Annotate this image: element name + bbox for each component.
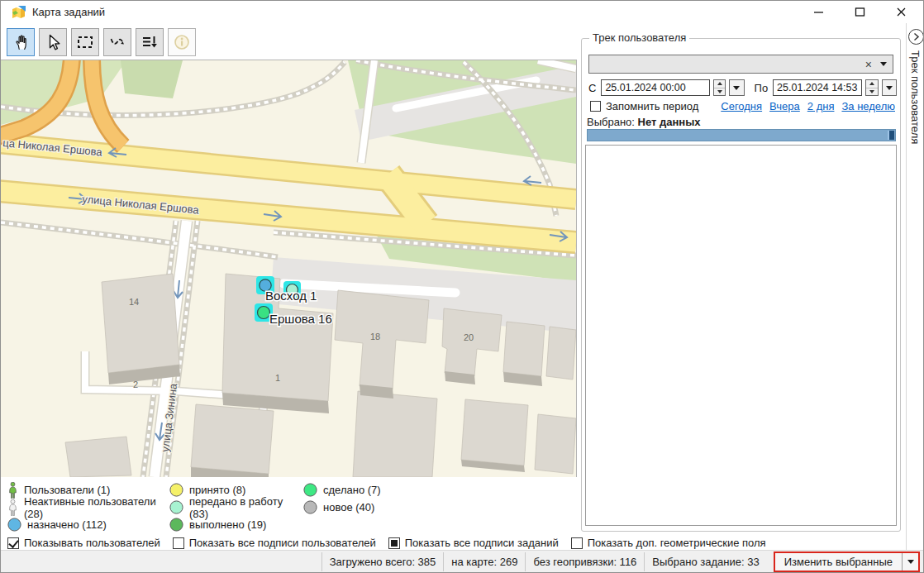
to-label: По bbox=[753, 82, 770, 94]
marker-label-ershova16: Ершова 16 bbox=[269, 312, 332, 326]
chevron-down-icon bbox=[907, 560, 914, 564]
close-button[interactable] bbox=[880, 1, 922, 22]
status-circle-icon bbox=[7, 518, 21, 532]
to-date-dropdown[interactable] bbox=[882, 79, 897, 96]
from-label: С bbox=[587, 82, 598, 94]
option-show-users[interactable]: Показывать пользователей bbox=[7, 537, 160, 549]
option-label: Показать все подписи заданий bbox=[405, 537, 559, 549]
status-circle-icon bbox=[303, 500, 317, 514]
lasso-arrow-icon bbox=[107, 32, 127, 52]
display-options: Показывать пользователей Показать все по… bbox=[7, 537, 766, 549]
building-number-18: 18 bbox=[370, 332, 380, 341]
legend-label: выполнено (19) bbox=[189, 518, 266, 531]
window-title: Карта заданий bbox=[32, 6, 105, 18]
pan-tool-button[interactable] bbox=[7, 28, 35, 56]
sort-tool-button[interactable] bbox=[136, 28, 164, 56]
legend-item-new: новое (40) bbox=[303, 500, 436, 514]
track-slider[interactable] bbox=[587, 129, 896, 141]
to-date-input[interactable]: 25.01.2024 14:53 bbox=[773, 79, 862, 96]
legend-item-assigned: назначено (112) bbox=[7, 518, 169, 532]
spin-up-icon bbox=[717, 82, 722, 85]
remember-period-row: Запомнить период Сегодня Вчера 2 дня За … bbox=[590, 100, 895, 112]
checkbox-show-task-labels[interactable] bbox=[388, 537, 400, 549]
building-number-2: 2 bbox=[133, 380, 138, 389]
status-on-map: на карте: 269 bbox=[443, 552, 525, 571]
from-date-spinner[interactable] bbox=[713, 79, 726, 96]
info-icon bbox=[172, 32, 192, 52]
collapse-panel-button[interactable] bbox=[908, 29, 924, 45]
map-legend: Пользователи (1) Неактивные пользователи… bbox=[7, 481, 436, 533]
legend-item-completed: выполнено (19) bbox=[169, 518, 303, 532]
building-number-20: 20 bbox=[464, 332, 474, 342]
select-tool-button[interactable] bbox=[39, 28, 67, 56]
legend-label: новое (40) bbox=[323, 501, 374, 513]
status-circle-icon bbox=[303, 483, 317, 497]
map-toolbar bbox=[7, 28, 196, 56]
chevron-down-icon bbox=[733, 86, 740, 90]
legend-label: передано в работу (83) bbox=[189, 495, 303, 520]
chevron-down-icon[interactable] bbox=[880, 62, 887, 66]
status-total-loaded: Загружено всего: 385 bbox=[321, 552, 444, 571]
edit-selected-button[interactable]: Изменить выбранные bbox=[775, 553, 902, 571]
user-combobox[interactable]: × bbox=[588, 55, 893, 74]
status-circle-icon bbox=[169, 500, 183, 514]
from-date-input[interactable]: 25.01.2024 00:00 bbox=[601, 79, 710, 96]
statusbar: Загружено всего: 385 на карте: 269 без г… bbox=[1, 550, 923, 572]
checkbox-show-geometry-fields[interactable] bbox=[571, 537, 583, 549]
track-panel-title: Трек пользователя bbox=[589, 31, 689, 44]
track-list[interactable] bbox=[585, 145, 897, 526]
maximize-button[interactable] bbox=[839, 1, 880, 22]
legend-item-inwork: передано в работу (83) bbox=[169, 495, 303, 520]
cursor-icon bbox=[43, 32, 63, 52]
from-date-dropdown[interactable] bbox=[729, 79, 744, 96]
side-tab-label[interactable]: Трек пользователя bbox=[909, 50, 922, 144]
edit-selected-split-button: Изменить выбранные bbox=[774, 552, 920, 572]
selected-value: Нет данных bbox=[638, 116, 701, 128]
spin-down-icon bbox=[717, 90, 722, 93]
app-window: Карта заданий bbox=[0, 0, 924, 573]
side-tab-strip: Трек пользователя bbox=[906, 23, 924, 550]
track-slider-handle[interactable] bbox=[888, 131, 894, 140]
to-date-spinner[interactable] bbox=[865, 79, 878, 96]
lasso-select-tool-button[interactable] bbox=[103, 28, 131, 56]
chevron-down-icon bbox=[886, 86, 893, 90]
minimize-icon bbox=[813, 7, 824, 17]
building-number-14: 14 bbox=[129, 297, 139, 307]
spin-down-icon bbox=[869, 90, 874, 93]
clear-icon[interactable]: × bbox=[865, 59, 872, 70]
app-icon bbox=[12, 6, 26, 18]
checkbox-remember-period[interactable] bbox=[590, 101, 601, 112]
task-marker-ershova16[interactable] bbox=[258, 307, 270, 319]
option-show-task-labels[interactable]: Показать все подписи заданий bbox=[388, 537, 559, 549]
option-show-user-labels[interactable]: Показать все подписи пользователей bbox=[173, 537, 376, 549]
status-circle-icon bbox=[169, 518, 183, 532]
maximize-icon bbox=[855, 7, 865, 17]
checkbox-show-users[interactable] bbox=[7, 537, 19, 549]
sort-icon bbox=[140, 32, 160, 52]
marker-label-voshod: Восход 1 bbox=[265, 289, 317, 303]
legend-item-inactive-users: Неактивные пользователи (28) bbox=[7, 495, 169, 520]
inactive-user-icon bbox=[7, 499, 18, 516]
map-canvas[interactable]: 14 2 18 20 1 ца Николая Ершова улица Ник… bbox=[1, 60, 577, 477]
rect-select-tool-button[interactable] bbox=[71, 28, 99, 56]
marquee-icon bbox=[75, 32, 95, 52]
remember-period-label: Запомнить период bbox=[606, 100, 698, 112]
selected-label: Выбрано: bbox=[587, 116, 635, 128]
link-today[interactable]: Сегодня bbox=[721, 100, 762, 112]
checkbox-show-user-labels[interactable] bbox=[173, 537, 184, 549]
link-week[interactable]: За неделю bbox=[841, 100, 895, 112]
spin-up-icon bbox=[869, 82, 874, 85]
edit-selected-dropdown[interactable] bbox=[902, 553, 918, 571]
option-show-geometry-fields[interactable]: Показать доп. геометрические поля bbox=[571, 537, 766, 549]
link-2days[interactable]: 2 дня bbox=[807, 100, 835, 112]
track-panel: Трек пользователя × С 25.01.2024 00:00 П… bbox=[581, 38, 901, 532]
minimize-button[interactable] bbox=[798, 1, 839, 22]
option-label: Показать доп. геометрические поля bbox=[588, 537, 766, 549]
selected-status: Выбрано: Нет данных bbox=[587, 116, 701, 128]
option-label: Показывать пользователей bbox=[24, 537, 160, 549]
date-range-row: С 25.01.2024 00:00 По 25.01.2024 14:53 bbox=[587, 79, 897, 96]
info-tool-button[interactable] bbox=[168, 28, 196, 56]
building-number-1: 1 bbox=[275, 373, 280, 383]
status-selected-tasks: Выбрано задание: 33 bbox=[644, 552, 766, 571]
link-yesterday[interactable]: Вчера bbox=[769, 100, 800, 112]
